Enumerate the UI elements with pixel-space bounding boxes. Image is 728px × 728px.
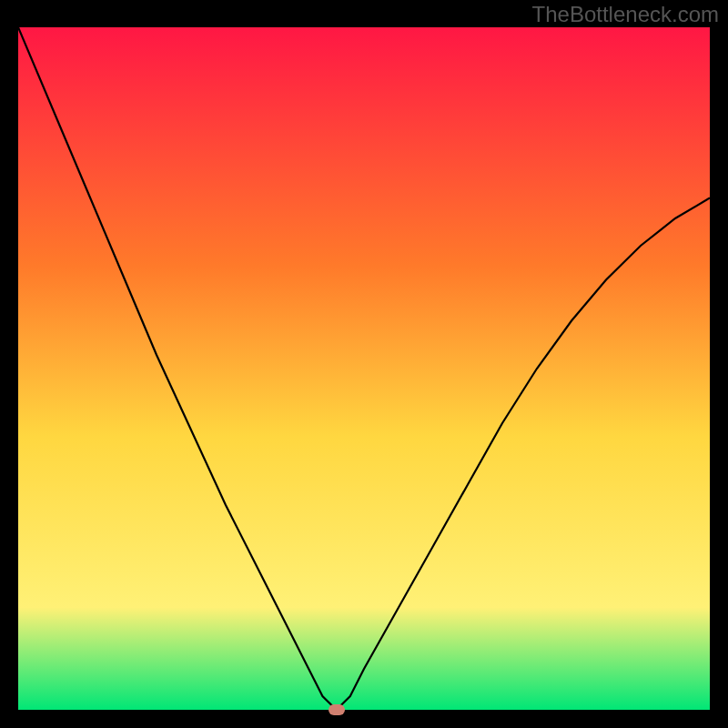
curve-line (18, 27, 710, 710)
minimum-marker (329, 704, 345, 715)
watermark-text: TheBottleneck.com (532, 2, 719, 27)
plot-area (18, 27, 710, 710)
chart-container: TheBottleneck.com (0, 0, 728, 728)
